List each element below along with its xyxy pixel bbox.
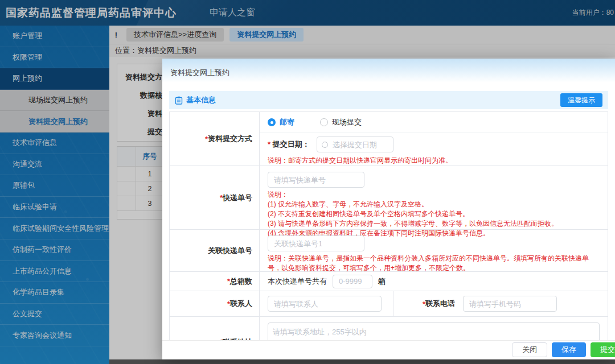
submit-button[interactable]: 提交	[591, 342, 615, 357]
tips-button[interactable]: 温馨提示	[560, 93, 602, 107]
boxes-label: 总箱数	[170, 272, 260, 291]
tracking-field[interactable]	[273, 175, 359, 185]
radio-mail-label[interactable]: 邮寄	[280, 117, 294, 127]
phone-input[interactable]	[463, 296, 557, 312]
phone-label: 联系电话	[393, 291, 462, 316]
basic-info-section-header: 基本信息 温馨提示	[169, 91, 608, 109]
dialog-footer: 关闭 保存 提交	[162, 340, 615, 359]
clock-icon	[322, 142, 328, 148]
submit-date-field[interactable]	[331, 140, 388, 150]
boxes-field[interactable]	[338, 276, 367, 286]
close-button[interactable]: 关闭	[512, 342, 547, 357]
related-label: 关联快递单号	[170, 230, 260, 271]
dialog-header: 资料提交网上预约	[162, 59, 615, 82]
row-submit-method: 资料提交方式 邮寄 现场提交 提交日期：	[170, 112, 608, 166]
tracking-note-3: (3) 请与快递单条形码下方内容保持一致，不得增减字母、数字等，以免因信息无法匹…	[260, 219, 608, 229]
related-input[interactable]	[268, 235, 364, 251]
related-field[interactable]	[273, 239, 359, 249]
phone-field[interactable]	[468, 299, 552, 309]
radio-onsite-label[interactable]: 现场提交	[332, 117, 362, 127]
contact-field[interactable]	[273, 299, 376, 309]
row-address: 联系地址	[170, 317, 608, 340]
submit-method-note: 说明：邮寄方式的提交日期以快递官网显示的寄出时间为准。	[260, 156, 608, 166]
dialog-body: 基本信息 温馨提示 资料提交方式 邮寄 现场提交 提交日期：	[162, 82, 615, 340]
submit-date-label: 提交日期：	[268, 139, 310, 150]
submit-date-input[interactable]	[317, 136, 393, 152]
address-textarea[interactable]	[268, 322, 600, 340]
booking-form: 资料提交方式 邮寄 现场提交 提交日期：	[169, 111, 608, 340]
submit-method-radio-group: 邮寄 现场提交	[260, 112, 608, 133]
row-contact: 联系人 联系电话	[170, 291, 608, 317]
radio-mail[interactable]	[268, 118, 276, 126]
row-related-tracking: 关联快递单号 说明：关联快递单号，是指如果一个品种资料分装入多箱所对应的不同快递…	[170, 230, 608, 272]
boxes-input[interactable]	[333, 275, 372, 288]
contact-label: 联系人	[170, 291, 260, 316]
radio-onsite[interactable]	[320, 118, 328, 126]
page-bottom-strip	[109, 359, 615, 364]
row-total-boxes: 总箱数 本次快递单号共有 箱	[170, 272, 608, 291]
boxes-unit: 箱	[378, 276, 386, 287]
tracking-input[interactable]	[268, 172, 364, 188]
tracking-note-2: (2) 不支持重复创建相同快递单号及单个空格内填写多个快递单号。	[260, 209, 608, 219]
row-tracking-number: 快递单号 说明： (1) 仅允许输入数字、字母，不允许输入汉字及空格。 (2) …	[170, 166, 608, 230]
tracking-label: 快递单号	[170, 166, 260, 229]
tracking-note-1: (1) 仅允许输入数字、字母，不允许输入汉字及空格。	[260, 200, 608, 209]
material-booking-dialog: 资料提交网上预约 基本信息 温馨提示 资料提交方式 邮寄	[162, 59, 615, 359]
boxes-prefix: 本次快递单号共有	[268, 276, 327, 287]
submit-method-label: 资料提交方式	[170, 112, 260, 166]
section-title: 基本信息	[186, 95, 216, 105]
contact-input[interactable]	[268, 296, 382, 312]
clipboard-icon	[175, 96, 183, 105]
address-label: 联系地址	[170, 317, 260, 340]
dialog-title: 资料提交网上预约	[170, 68, 229, 78]
save-button[interactable]: 保存	[552, 342, 586, 357]
tracking-note-title: 说明：	[260, 190, 608, 200]
